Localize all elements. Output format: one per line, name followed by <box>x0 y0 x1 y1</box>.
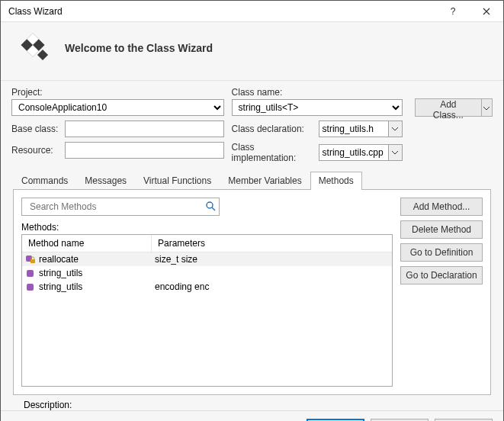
welcome-heading: Welcome to the Class Wizard <box>65 42 213 54</box>
delete-method-button[interactable]: Delete Method <box>400 220 483 239</box>
resource-label: Resource: <box>11 145 60 156</box>
method-params: size_t size <box>152 254 392 265</box>
method-icon <box>25 281 36 292</box>
class-name-select[interactable]: string_utils<T> <box>232 99 403 116</box>
titlebar: Class Wizard ? <box>1 1 503 22</box>
chevron-down-icon <box>483 107 490 111</box>
column-method-name[interactable]: Method name <box>22 235 152 252</box>
svg-point-4 <box>207 202 213 208</box>
svg-rect-9 <box>27 284 34 291</box>
column-parameters[interactable]: Parameters <box>152 235 392 252</box>
method-icon-locked <box>25 254 36 265</box>
class-declaration-label: Class declaration: <box>232 124 314 134</box>
method-params: encoding enc <box>152 281 392 292</box>
tab-messages[interactable]: Messages <box>76 172 135 190</box>
method-icon <box>25 268 36 278</box>
method-name: reallocate <box>39 254 79 265</box>
methods-list: Method name Parameters reallocate size_t… <box>21 234 393 387</box>
close-icon <box>483 8 490 15</box>
base-class-label: Base class: <box>11 124 60 134</box>
method-row[interactable]: string_utils <box>22 266 392 280</box>
search-methods-input[interactable] <box>27 199 205 214</box>
add-class-dropdown[interactable] <box>481 98 493 117</box>
go-to-definition-button[interactable]: Go to Definition <box>400 243 483 262</box>
help-button[interactable]: ? <box>436 1 470 22</box>
base-class-field <box>65 121 224 137</box>
tab-methods[interactable]: Methods <box>310 172 362 190</box>
svg-line-5 <box>212 207 215 210</box>
tab-strip: Commands Messages Virtual Functions Memb… <box>11 171 493 189</box>
close-button[interactable] <box>470 1 503 22</box>
method-row[interactable]: reallocate size_t size <box>22 252 392 266</box>
tab-virtual-functions[interactable]: Virtual Functions <box>135 172 220 190</box>
add-method-button[interactable]: Add Method... <box>400 198 483 216</box>
declaration-file-dropdown[interactable] <box>389 121 403 137</box>
window-title: Class Wizard <box>8 6 436 17</box>
description-label: Description: <box>24 400 490 410</box>
svg-rect-8 <box>27 270 34 277</box>
svg-rect-3 <box>37 50 48 60</box>
chevron-down-icon <box>392 127 398 131</box>
methods-label: Methods: <box>21 222 393 233</box>
project-select[interactable]: ConsoleApplication10 <box>11 99 224 116</box>
method-row[interactable]: string_utils encoding enc <box>22 280 392 294</box>
go-to-declaration-button[interactable]: Go to Declaration <box>400 266 483 284</box>
search-icon[interactable] <box>205 201 216 214</box>
declaration-file-field[interactable]: string_utils.h <box>319 121 389 137</box>
tab-commands[interactable]: Commands <box>13 172 76 190</box>
method-name: string_utils <box>39 281 82 292</box>
project-label: Project: <box>11 87 224 98</box>
svg-rect-7 <box>30 259 35 263</box>
tab-member-variables[interactable]: Member Variables <box>220 172 310 190</box>
method-name: string_utils <box>39 268 82 278</box>
resource-field <box>65 142 224 159</box>
add-class-button[interactable]: Add Class... <box>415 98 481 117</box>
implementation-file-dropdown[interactable] <box>389 144 403 161</box>
search-methods-box <box>21 198 220 216</box>
chevron-down-icon <box>392 151 398 155</box>
class-implementation-label: Class implementation: <box>232 142 314 163</box>
wizard-icon <box>14 30 51 66</box>
class-name-label: Class name: <box>232 87 403 98</box>
implementation-file-field[interactable]: string_utils.cpp <box>319 144 389 161</box>
